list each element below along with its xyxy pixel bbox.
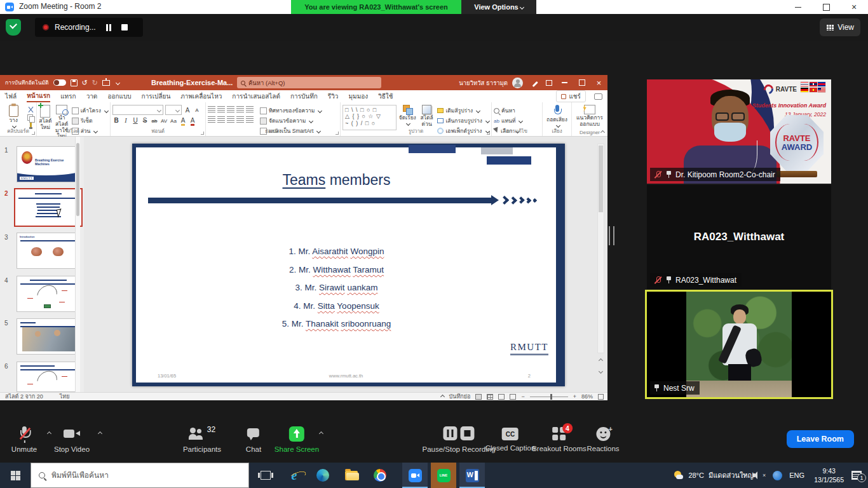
zoom-in-icon[interactable]: + xyxy=(573,393,576,400)
tab-home[interactable]: หน้าแรก xyxy=(27,91,50,102)
indent-increase-icon[interactable] xyxy=(236,106,244,112)
slide-thumbnail-6[interactable] xyxy=(17,362,80,392)
font-color-button[interactable] xyxy=(189,117,196,124)
copy-icon[interactable] xyxy=(27,114,34,121)
paste-button[interactable]: วาง xyxy=(2,105,25,128)
tab-draw[interactable]: วาด xyxy=(86,92,98,101)
avatar[interactable] xyxy=(512,78,523,88)
dialog-launcher-icon[interactable] xyxy=(336,132,339,135)
slide[interactable]: Teams members 1. Mr. Aisarathit Wongp xyxy=(132,144,565,386)
gallery-view-button[interactable]: View xyxy=(820,18,860,36)
search-input[interactable] xyxy=(248,79,363,86)
align-text-button[interactable]: จัดแนวข้อความ xyxy=(260,116,322,125)
task-view-button[interactable] xyxy=(253,463,278,488)
taskbar-search-input[interactable] xyxy=(51,471,229,480)
shadow-button[interactable] xyxy=(151,117,158,124)
hidden-icons-chevron[interactable] xyxy=(742,473,746,477)
canvas-scrollbar[interactable] xyxy=(597,144,604,353)
dialog-launcher-icon[interactable] xyxy=(201,132,204,135)
strikethrough-button[interactable] xyxy=(141,117,149,124)
shapes-gallery[interactable]: □ \ \ □ ○ □△ { } ○ ☆ ▽~ ( ) / □ ○ xyxy=(342,105,397,130)
justify-icon[interactable] xyxy=(236,116,244,123)
shape-outline-button[interactable]: เส้นกรอบรูปร่าง xyxy=(437,116,489,125)
italic-button[interactable] xyxy=(122,117,130,124)
maximize-button[interactable] xyxy=(812,0,840,14)
layout-button[interactable]: เค้าโครง xyxy=(72,106,108,115)
previous-slide-button[interactable] xyxy=(597,356,604,365)
slide-thumbnail-4[interactable] xyxy=(17,276,80,312)
next-slide-button[interactable] xyxy=(597,367,604,376)
ppt-search-box[interactable] xyxy=(237,77,381,88)
view-options-button[interactable]: View Options xyxy=(461,0,536,14)
taskbar-search[interactable] xyxy=(31,463,249,488)
tab-design[interactable]: ออกแบบ xyxy=(107,92,131,101)
file-explorer-button[interactable] xyxy=(339,463,364,488)
ppt-minimize-button[interactable] xyxy=(556,75,573,90)
dialog-launcher-icon[interactable] xyxy=(32,132,35,135)
tab-file[interactable]: ไฟล์ xyxy=(5,92,17,101)
pause-stop-recording-button[interactable]: Pause/Stop Recording xyxy=(422,426,495,453)
slide-thumbnail-1[interactable]: Breathing Exercise Machines RMUTT xyxy=(17,146,80,182)
line-spacing-icon[interactable] xyxy=(246,106,254,112)
word-taskbar-button[interactable] xyxy=(459,463,485,488)
dialog-launcher-icon[interactable] xyxy=(487,132,490,135)
bold-button[interactable] xyxy=(112,117,120,124)
thumbnail-scrollbar[interactable] xyxy=(75,137,80,392)
video-options-chevron[interactable] xyxy=(98,431,102,436)
start-presentation-icon[interactable] xyxy=(102,80,110,86)
editing-mode-icon[interactable] xyxy=(528,79,542,86)
font-name-dropdown[interactable] xyxy=(112,105,163,115)
normal-view-icon[interactable] xyxy=(475,394,482,400)
stop-video-button[interactable]: Stop Video xyxy=(54,426,90,453)
slide-thumbnail-2-selected[interactable] xyxy=(14,188,83,227)
ribbon-display-icon[interactable] xyxy=(542,80,556,86)
tab-review[interactable]: รีวิว xyxy=(328,92,339,101)
account-name[interactable]: นายวิทวัส ธารามุต xyxy=(459,78,508,88)
slide-canvas[interactable]: Teams members 1. Mr. Aisarathit Wongp xyxy=(84,137,607,392)
breakout-rooms-button[interactable]: 4 Breakout Rooms xyxy=(532,426,587,452)
align-center-icon[interactable] xyxy=(217,116,225,123)
slide-sorter-view-icon[interactable] xyxy=(487,394,493,400)
arrange-button[interactable]: จัดเรียง xyxy=(399,105,416,125)
columns-icon[interactable] xyxy=(246,116,254,123)
align-left-icon[interactable] xyxy=(208,116,215,123)
tab-help[interactable]: วิธีใช้ xyxy=(378,92,393,101)
underline-button[interactable] xyxy=(132,117,139,124)
slide-thumbnail-3[interactable]: Introduction xyxy=(17,233,80,269)
pause-recording-icon[interactable] xyxy=(443,426,457,440)
redo-icon[interactable]: ↻ xyxy=(92,79,98,86)
ppt-close-button[interactable] xyxy=(590,75,607,90)
chrome-button[interactable] xyxy=(367,463,393,488)
close-button[interactable] xyxy=(840,0,868,14)
reactions-button[interactable]: + Reactions xyxy=(587,426,619,452)
internet-explorer-button[interactable] xyxy=(281,463,307,488)
start-button[interactable] xyxy=(0,463,31,488)
slideshow-view-icon[interactable] xyxy=(510,394,516,400)
video-tile-ra023[interactable]: RA023_Witthawat RA023_Witthawat xyxy=(647,185,831,289)
participants-button[interactable]: 32 Participants xyxy=(183,426,221,453)
tab-record[interactable]: การบันทึก xyxy=(290,92,318,101)
tab-view[interactable]: มุมมอง xyxy=(348,92,368,101)
clock[interactable]: 9:4313/1/2565 xyxy=(814,463,844,488)
undo-icon[interactable]: ↺ xyxy=(82,79,88,86)
align-right-icon[interactable] xyxy=(227,116,234,123)
ppt-restore-button[interactable] xyxy=(573,75,590,90)
zoom-out-icon[interactable]: − xyxy=(521,393,524,400)
language-indicator[interactable]: ENG xyxy=(789,471,804,479)
video-tile-nest-active-speaker[interactable]: Nest Srw xyxy=(645,290,833,399)
language-indicator[interactable]: ไทย xyxy=(60,392,70,401)
unmute-button[interactable]: Unmute xyxy=(11,426,37,453)
zoom-slider[interactable] xyxy=(530,396,568,397)
customize-toolbar-icon[interactable] xyxy=(116,80,120,85)
share-button[interactable]: แชร์ xyxy=(556,90,586,102)
fit-to-window-icon[interactable] xyxy=(598,394,604,400)
share-screen-button[interactable]: Share Screen xyxy=(275,426,319,453)
save-icon[interactable] xyxy=(71,79,78,86)
network-icon[interactable] xyxy=(773,471,782,480)
tab-insert[interactable]: แทรก xyxy=(60,92,76,101)
font-size-dropdown[interactable] xyxy=(165,105,182,115)
share-options-chevron[interactable] xyxy=(319,431,323,436)
design-ideas-button[interactable]: แนวคิดการออกแบบ xyxy=(574,105,606,128)
bullets-icon[interactable] xyxy=(208,106,215,112)
leave-room-button[interactable]: Leave Room xyxy=(787,430,854,448)
